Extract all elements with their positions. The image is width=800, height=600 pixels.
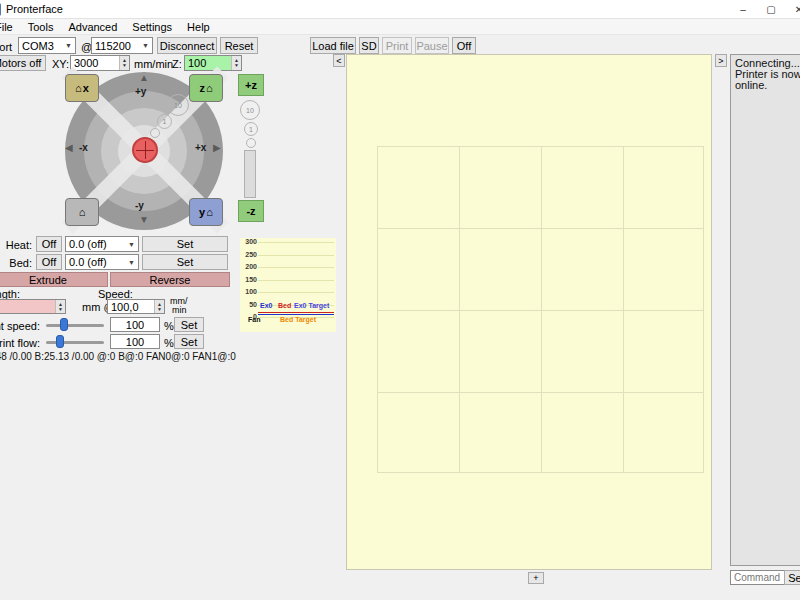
gcode-viewer[interactable]	[346, 54, 712, 570]
extrude-speed-value: 100,0	[111, 301, 139, 313]
spinner-arrows-icon[interactable]: ▲▼	[55, 300, 65, 313]
grid-line	[258, 292, 334, 293]
menu-help[interactable]: Help	[184, 21, 213, 33]
pause-button: Pause	[415, 37, 449, 54]
home-icon: ⌂	[206, 82, 213, 94]
baud-select[interactable]: 115200 ▼	[91, 37, 153, 54]
spinner-arrows-icon[interactable]: ▲▼	[119, 56, 129, 70]
home-x-button[interactable]: ⌂x	[65, 74, 99, 102]
heat-temp-value: 0.0 (off)	[69, 238, 107, 250]
print-speed-slider-track[interactable]	[46, 324, 104, 327]
print-speed-slider-thumb[interactable]	[60, 318, 68, 331]
arrow-up-icon: ▲	[139, 72, 149, 83]
disconnect-button[interactable]: Disconnect	[157, 37, 217, 54]
ytick-250: 250	[240, 251, 257, 258]
menu-settings[interactable]: Settings	[129, 21, 175, 33]
baud-value: 115200	[95, 40, 131, 52]
print-flow-valuebox[interactable]: 100	[110, 334, 160, 349]
spinner-arrows-icon[interactable]: ▲▼	[231, 56, 241, 70]
z-step-01[interactable]	[246, 138, 256, 148]
legend-bed: Bed	[278, 302, 291, 309]
arrow-right-icon: ▶	[213, 142, 221, 153]
heat-off-button[interactable]: Off	[36, 236, 62, 252]
grid-line	[258, 242, 334, 243]
print-flow-slider-thumb[interactable]	[56, 335, 64, 348]
xy-speed-value: 3000	[74, 57, 98, 69]
extrude-button[interactable]: Extrude	[0, 272, 108, 287]
port-label: Port	[0, 41, 12, 53]
window-title: Pronterface	[6, 3, 63, 15]
menu-tools[interactable]: Tools	[25, 21, 57, 33]
jog-step-10[interactable]: 10	[167, 94, 189, 116]
extrude-speed-spinner[interactable]: 100,0 ▲▼	[107, 299, 165, 314]
print-speed-percent: %	[164, 320, 174, 332]
maximize-button[interactable]: ▢	[762, 2, 780, 17]
home-icon: ⌂	[206, 206, 213, 218]
heat-set-button[interactable]: Set	[142, 236, 228, 252]
send-button[interactable]: Send	[784, 570, 800, 585]
z-step-10[interactable]: 10	[240, 100, 260, 120]
command-input[interactable]	[730, 570, 786, 585]
reset-button[interactable]: Reset	[220, 37, 258, 54]
z-slider-track[interactable]	[244, 150, 256, 198]
print-flow-percent: %	[164, 337, 174, 349]
xy-speed-unit: mm/min	[134, 58, 173, 70]
jog-plus-y-label[interactable]: +y	[135, 86, 146, 97]
jog-minus-y-label[interactable]: -y	[135, 200, 144, 211]
load-file-button[interactable]: Load file	[310, 37, 356, 54]
home-z-label: z	[199, 82, 205, 94]
heat-label: Heat:	[0, 239, 32, 251]
length-spinner[interactable]: ▲▼	[0, 299, 66, 314]
reverse-button[interactable]: Reverse	[110, 272, 230, 287]
print-speed-valuebox[interactable]: 100	[110, 317, 160, 332]
chevron-down-icon: ▼	[62, 42, 75, 49]
z-minus-button[interactable]: -z	[238, 200, 264, 222]
print-flow-slider-track[interactable]	[46, 341, 104, 344]
menu-file[interactable]: File	[0, 21, 16, 33]
jog-plus-x-label[interactable]: +x	[195, 142, 206, 153]
close-button[interactable]: ✕	[790, 2, 800, 17]
collapse-left-button[interactable]: <	[333, 54, 345, 67]
collapse-right-button[interactable]: >	[715, 54, 727, 67]
off-button[interactable]: Off	[452, 37, 476, 54]
z-plus-button[interactable]: +z	[238, 74, 264, 96]
print-bed-grid	[377, 146, 704, 473]
jog-pad: 10 1 ▲ +y -y ▼ ◀ -x +x ▶ ⌂x z⌂ ⌂ y⌂	[63, 72, 227, 230]
xy-speed-spinner[interactable]: 3000 ▲▼	[70, 55, 130, 71]
print-flow-set-button[interactable]: Set	[174, 334, 204, 349]
home-z-button[interactable]: z⌂	[189, 74, 223, 102]
bed-label: Bed:	[0, 257, 32, 269]
port-select[interactable]: COM3 ▼	[18, 37, 76, 54]
home-x-label: x	[83, 82, 89, 94]
sd-button[interactable]: SD	[359, 37, 379, 54]
heat-temp-select[interactable]: 0.0 (off) ▼	[65, 236, 139, 252]
z-speed-value: 100	[188, 57, 206, 69]
home-y-button[interactable]: y⌂	[189, 198, 223, 226]
temperature-status: T:25.48 /0.00 B:25.13 /0.00 @:0 B@:0 FAN…	[0, 351, 236, 362]
jog-step-1[interactable]: 1	[157, 114, 172, 129]
spinner-arrows-icon[interactable]: ▲▼	[154, 300, 164, 313]
jog-step-01[interactable]	[150, 128, 160, 138]
jog-center-target[interactable]	[132, 137, 158, 163]
log-panel[interactable]: Connecting... Printer is now online.	[730, 54, 800, 566]
jog-minus-x-label[interactable]: -x	[79, 142, 88, 153]
z-step-1[interactable]: 1	[244, 122, 258, 136]
expand-viewer-button[interactable]: +	[528, 572, 544, 584]
ytick-100: 100	[240, 288, 257, 295]
menu-advanced[interactable]: Advanced	[65, 21, 120, 33]
bed-off-button[interactable]: Off	[36, 254, 62, 270]
ytick-200: 200	[240, 263, 257, 270]
minimize-button[interactable]: –	[734, 2, 752, 17]
home-all-button[interactable]: ⌂	[65, 198, 99, 226]
legend-ex0: Ex0	[260, 302, 272, 309]
print-speed-set-button[interactable]: Set	[174, 317, 204, 332]
ex0-temp-line	[258, 314, 334, 315]
z-speed-spinner[interactable]: 100 ▲▼	[184, 55, 242, 71]
bed-temp-select[interactable]: 0.0 (off) ▼	[65, 254, 139, 270]
bed-set-button[interactable]: Set	[142, 254, 228, 270]
port-value: COM3	[22, 40, 54, 52]
arrow-down-icon: ▼	[139, 214, 149, 225]
menu-bar: File Tools Advanced Settings Help	[0, 19, 800, 35]
motors-off-button[interactable]: Motors off	[0, 55, 46, 71]
print-speed-label: Print speed:	[0, 320, 40, 332]
